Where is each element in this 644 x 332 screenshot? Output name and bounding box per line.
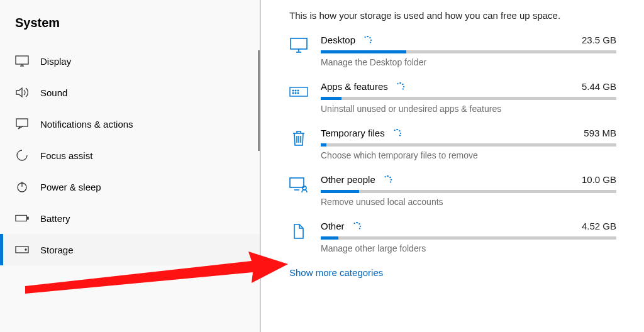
usage-bar (321, 50, 616, 53)
svg-rect-0 (16, 56, 28, 64)
svg-point-20 (297, 92, 299, 94)
sidebar-item-power-sleep[interactable]: Power & sleep (0, 171, 260, 202)
svg-rect-7 (16, 215, 26, 221)
svg-rect-4 (16, 119, 28, 126)
svg-point-18 (292, 92, 294, 94)
sidebar-title: System (0, 13, 260, 45)
loading-spinner-icon (392, 129, 401, 138)
svg-rect-14 (290, 87, 308, 96)
storage-intro: This is how your storage is used and how… (289, 10, 638, 21)
sidebar-item-storage[interactable]: Storage (0, 234, 260, 265)
loading-spinner-icon (363, 36, 372, 45)
svg-rect-11 (291, 38, 307, 49)
storage-category-temp[interactable]: Temporary files 593 MB Choose which temp… (289, 128, 616, 160)
category-size: 593 MB (584, 128, 616, 138)
storage-category-other[interactable]: Other 4.52 GB Manage other large folders (289, 221, 616, 253)
main-content: This is how your storage is used and how… (261, 0, 644, 332)
sidebar-item-label: Notifications & actions (40, 119, 133, 130)
sidebar: System Display Sound Notifications & act… (0, 0, 261, 332)
storage-category-apps[interactable]: Apps & features 5.44 GB Uninstall unused… (289, 81, 616, 114)
svg-point-16 (295, 90, 296, 91)
apps-icon (289, 82, 308, 101)
storage-icon (15, 243, 29, 257)
svg-point-15 (292, 90, 294, 91)
sound-icon (15, 86, 29, 99)
svg-point-10 (25, 249, 26, 250)
svg-rect-24 (290, 178, 304, 187)
sidebar-item-display[interactable]: Display (0, 45, 260, 77)
people-icon (289, 175, 308, 194)
category-desc: Choose which temporary files to remove (321, 150, 616, 160)
category-title: Other people (321, 174, 375, 185)
usage-bar-fill (321, 50, 406, 53)
other-icon (289, 222, 308, 241)
notifications-icon (15, 117, 29, 131)
usage-bar (321, 143, 616, 147)
category-title: Desktop (321, 35, 355, 45)
usage-bar (321, 97, 616, 100)
usage-bar (321, 236, 616, 240)
category-desc: Remove unused local accounts (321, 197, 616, 207)
loading-spinner-icon (383, 175, 392, 184)
sidebar-item-notifications[interactable]: Notifications & actions (0, 108, 260, 140)
loading-spinner-icon (396, 82, 404, 91)
sidebar-item-sound[interactable]: Sound (0, 77, 260, 108)
sidebar-item-battery[interactable]: Battery (0, 202, 260, 234)
sidebar-item-label: Sound (40, 87, 67, 98)
battery-icon (15, 211, 29, 225)
svg-point-19 (295, 92, 296, 94)
loading-spinner-icon (352, 222, 361, 231)
category-desc: Manage the Desktop folder (321, 57, 616, 67)
category-desc: Uninstall unused or undesired apps & fea… (321, 104, 616, 114)
sidebar-item-label: Storage (40, 245, 74, 255)
scrollbar-thumb[interactable] (258, 50, 260, 151)
category-title: Other (321, 221, 345, 231)
category-title: Temporary files (321, 128, 385, 138)
category-desc: Manage other large folders (321, 243, 616, 253)
usage-bar-fill (321, 143, 326, 147)
storage-category-desktop[interactable]: Desktop 23.5 GB Manage the Desktop folde… (289, 35, 616, 67)
svg-point-26 (303, 186, 306, 190)
category-title: Apps & features (321, 81, 388, 92)
svg-marker-3 (16, 88, 22, 97)
display-icon (15, 54, 29, 68)
usage-bar-fill (321, 97, 341, 100)
sidebar-item-label: Battery (40, 213, 70, 224)
svg-rect-8 (27, 217, 28, 219)
desktop-icon (289, 36, 308, 55)
usage-bar (321, 190, 616, 193)
category-size: 23.5 GB (582, 35, 616, 45)
category-size: 5.44 GB (582, 81, 616, 92)
sidebar-item-label: Focus assist (40, 150, 92, 161)
usage-bar-fill (321, 190, 359, 193)
storage-category-people[interactable]: Other people 10.0 GB Remove unused local… (289, 174, 616, 207)
svg-point-17 (297, 90, 299, 91)
power-icon (15, 180, 29, 194)
usage-bar-fill (321, 236, 338, 240)
sidebar-item-label: Power & sleep (40, 182, 101, 192)
sidebar-item-label: Display (40, 56, 71, 67)
focus-assist-icon (15, 148, 29, 162)
category-size: 10.0 GB (582, 174, 616, 185)
show-more-categories[interactable]: Show more categories (289, 267, 638, 278)
sidebar-item-focus-assist[interactable]: Focus assist (0, 140, 260, 171)
trash-icon (289, 129, 308, 148)
category-size: 4.52 GB (582, 221, 616, 231)
